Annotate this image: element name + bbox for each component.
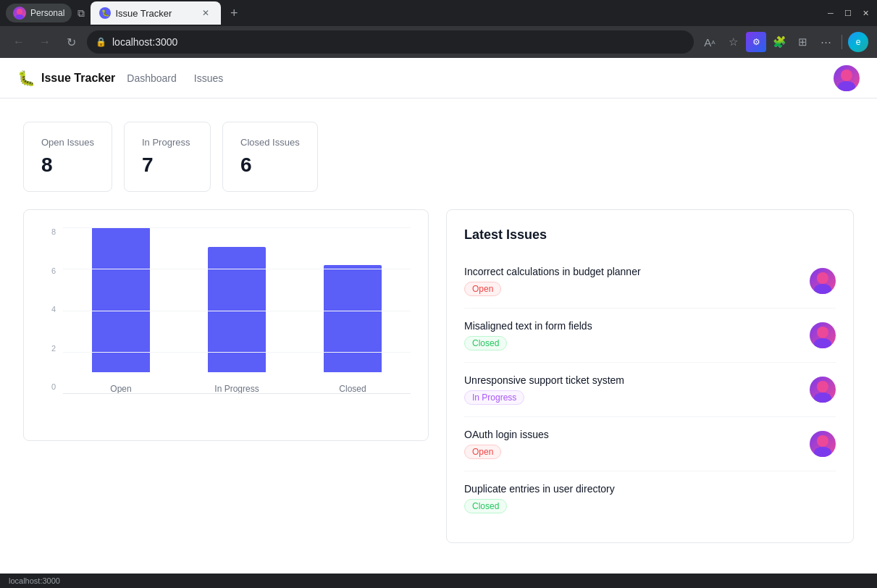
x-label-open: Open (110, 384, 131, 394)
issue-info-5: Duplicate entries in user directory Clos… (464, 483, 836, 513)
issue-title-4: OAuth login issues (464, 429, 801, 440)
menu-icon[interactable]: ⋯ (815, 32, 836, 52)
title-bar: Personal ⧉ 🐛 Issue Tracker ✕ + ─ ☐ ✕ (0, 0, 877, 26)
status-bar: localhost:3000 (0, 574, 877, 588)
issue-item-2[interactable]: Misaligned text in form fields Closed (464, 308, 836, 363)
address-text: localhost:3000 (112, 36, 177, 48)
issue-item-3[interactable]: Unresponsive support ticket system In Pr… (464, 363, 836, 417)
stat-label-open: Open Issues (41, 137, 94, 148)
svg-point-7 (814, 338, 831, 348)
forward-button[interactable]: → (35, 32, 55, 52)
tab-title: Issue Tracker (115, 8, 172, 19)
profile-tab[interactable]: Personal (6, 4, 72, 22)
issue-badge-5: Closed (464, 499, 507, 513)
extension-icon-purple[interactable]: ⚙ (746, 32, 766, 52)
issue-badge-1: Open (464, 282, 501, 296)
stats-row: Open Issues 8 In Progress 7 Closed Issue… (23, 122, 854, 192)
nav-link-issues[interactable]: Issues (188, 70, 229, 87)
issue-title-1: Incorrect calculations in budget planner (464, 266, 801, 277)
stat-label-in-progress: In Progress (142, 137, 193, 148)
tab-bar: Personal ⧉ 🐛 Issue Tracker ✕ + (6, 1, 819, 25)
tab-group-icon[interactable]: ⧉ (75, 7, 88, 20)
svg-point-11 (814, 447, 831, 457)
close-button[interactable]: ✕ (860, 7, 871, 19)
minimize-button[interactable]: ─ (825, 7, 836, 19)
profile-avatar (13, 7, 26, 20)
issue-info-2: Misaligned text in form fields Closed (464, 320, 801, 350)
bar-closed (324, 265, 382, 372)
svg-point-3 (838, 81, 855, 91)
bar-in-progress (208, 247, 266, 372)
svg-point-6 (817, 327, 828, 338)
issue-item-5[interactable]: Duplicate entries in user directory Clos… (464, 471, 836, 525)
issue-info-4: OAuth login issues Open (464, 429, 801, 459)
maximize-button[interactable]: ☐ (842, 7, 854, 19)
toolbar-right: AA ☆ ⚙ 🧩 ⊞ ⋯ e (700, 32, 868, 52)
toolbar-divider (842, 35, 842, 49)
chart-bar-in-progress: In Progress (208, 247, 266, 394)
chart-baseline (63, 393, 411, 394)
nav-link-dashboard[interactable]: Dashboard (121, 70, 182, 87)
issue-item-4[interactable]: OAuth login issues Open (464, 417, 836, 471)
chart-bar-open: Open (92, 227, 150, 394)
bookmark-icon[interactable]: ☆ (723, 32, 743, 52)
address-bar-row: ← → ↻ 🔒 localhost:3000 AA ☆ ⚙ 🧩 ⊞ ⋯ e (0, 26, 877, 58)
secure-icon: 🔒 (96, 37, 106, 47)
active-tab[interactable]: 🐛 Issue Tracker ✕ (91, 1, 221, 25)
chart-card: 0 2 4 6 8 (23, 209, 429, 441)
reload-button[interactable]: ↻ (61, 32, 81, 52)
svg-point-2 (841, 70, 852, 81)
stat-card-closed: Closed Issues 6 (222, 122, 318, 192)
svg-point-8 (817, 381, 828, 392)
content-grid: 0 2 4 6 8 (23, 209, 854, 543)
navbar: 🐛 Issue Tracker Dashboard Issues (0, 58, 877, 98)
x-label-closed: Closed (339, 384, 366, 394)
stat-value-in-progress: 7 (142, 154, 193, 177)
bug-icon: 🐛 (17, 70, 35, 87)
extensions-icon[interactable]: 🧩 (769, 32, 789, 52)
new-tab-button[interactable]: + (224, 3, 244, 23)
issue-badge-2: Closed (464, 336, 507, 350)
browser-icon[interactable]: e (848, 32, 868, 52)
issue-title-5: Duplicate entries in user directory (464, 483, 836, 495)
issue-avatar-4 (810, 431, 836, 457)
issue-title-2: Misaligned text in form fields (464, 320, 801, 332)
app-title: Issue Tracker (41, 72, 115, 85)
page-content: 🐛 Issue Tracker Dashboard Issues Open Is… (0, 58, 877, 574)
font-size-icon[interactable]: AA (700, 32, 720, 52)
split-screen-icon[interactable]: ⊞ (792, 32, 813, 52)
tab-favicon: 🐛 (99, 7, 111, 19)
profile-label: Personal (30, 8, 64, 18)
issue-item-1[interactable]: Incorrect calculations in budget planner… (464, 254, 836, 308)
svg-point-10 (817, 435, 828, 447)
svg-point-0 (17, 9, 22, 14)
chart-container: 0 2 4 6 8 (41, 227, 411, 423)
main-content: Open Issues 8 In Progress 7 Closed Issue… (0, 98, 877, 574)
svg-point-4 (817, 272, 828, 284)
status-url: localhost:3000 (9, 576, 60, 585)
issue-badge-3: In Progress (464, 390, 524, 405)
svg-point-9 (814, 392, 831, 403)
issue-avatar-1 (810, 268, 836, 294)
stat-card-in-progress: In Progress 7 (124, 122, 211, 192)
latest-issues-title: Latest Issues (464, 227, 836, 243)
app-logo[interactable]: 🐛 Issue Tracker (17, 70, 115, 87)
tab-close-button[interactable]: ✕ (199, 7, 212, 20)
stat-card-open: Open Issues 8 (23, 122, 112, 192)
address-bar[interactable]: 🔒 localhost:3000 (87, 30, 694, 54)
issue-avatar-3 (810, 377, 836, 403)
chart-bars-area: Open In Progress Closed (41, 227, 411, 394)
user-avatar[interactable] (834, 65, 860, 91)
issue-badge-4: Open (464, 445, 501, 459)
latest-issues-card: Latest Issues Incorrect calculations in … (446, 209, 854, 543)
stat-value-open: 8 (41, 154, 94, 177)
svg-point-1 (15, 14, 24, 20)
window-controls: ─ ☐ ✕ (825, 7, 871, 19)
bar-open (92, 227, 150, 372)
stat-label-closed: Closed Issues (240, 137, 300, 148)
issue-avatar-2 (810, 322, 836, 348)
browser-window: Personal ⧉ 🐛 Issue Tracker ✕ + ─ ☐ ✕ ← →… (0, 0, 877, 588)
stat-value-closed: 6 (240, 154, 300, 177)
chart-bar-closed: Closed (324, 265, 382, 394)
back-button[interactable]: ← (9, 32, 29, 52)
